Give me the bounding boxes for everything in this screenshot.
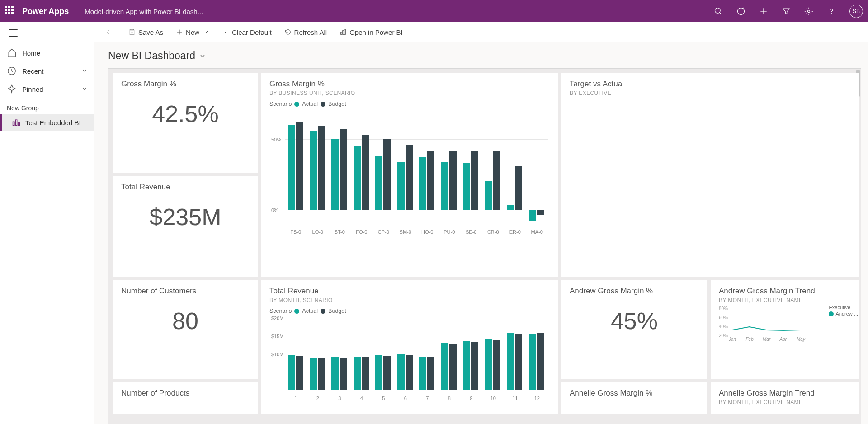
svg-rect-16 <box>341 32 342 34</box>
nav-label: Recent <box>22 67 44 75</box>
save-as-button[interactable]: Save As <box>124 27 168 38</box>
svg-line-1 <box>720 13 722 14</box>
home-icon <box>7 48 17 58</box>
tile-rev-bar[interactable]: Total Revenue BY MONTH, SCENARIO Scenari… <box>261 280 558 414</box>
chevron-down-icon <box>81 67 88 75</box>
dashboard-icon <box>12 118 21 127</box>
nav-home[interactable]: Home <box>0 44 94 62</box>
tile-target-vs-actual[interactable]: Target vs Actual BY EXECUTIVE <box>561 73 859 277</box>
svg-point-6 <box>808 10 810 13</box>
title-bar: Power Apps Model-driven App with Power B… <box>0 0 868 22</box>
svg-rect-17 <box>343 31 344 35</box>
nav-toggle-icon[interactable] <box>9 29 18 37</box>
chevron-down-icon <box>81 85 88 93</box>
tile-num-customers[interactable]: Number of Customers 80 <box>113 280 258 379</box>
app-launcher-icon[interactable] <box>5 6 16 17</box>
main-area: Save As New Clear Default Refresh All Op… <box>94 22 868 424</box>
clock-icon <box>7 66 17 76</box>
tile-gross-margin-pct[interactable]: Gross Margin % 42.5% <box>113 73 258 173</box>
chevron-down-icon <box>199 52 206 60</box>
dashboard-canvas: Gross Margin % 42.5% Total Revenue $235M… <box>108 68 861 424</box>
page-title[interactable]: New BI Dashboard <box>94 42 868 68</box>
assistant-icon[interactable] <box>736 7 745 16</box>
user-avatar[interactable]: SB <box>849 5 863 18</box>
line-chart: 20%40%60%80%JanFebMarAprMay <box>719 309 851 340</box>
refresh-all-button[interactable]: Refresh All <box>280 27 332 38</box>
svg-point-7 <box>831 14 832 14</box>
tile-andrew-gm[interactable]: Andrew Gross Margin % 45% <box>561 280 707 379</box>
tile-annelie-trend[interactable]: Annelie Gross Margin Trend BY MONTH, EXE… <box>711 382 859 414</box>
app-title: Model-driven App with Power BI dash... <box>76 8 203 15</box>
bar-chart: 0%50%FS-0LO-0ST-0FO-0CP-0SM-0HO-0PU-0SE-… <box>269 111 550 237</box>
settings-icon[interactable] <box>804 7 813 16</box>
svg-rect-10 <box>15 120 17 126</box>
add-icon[interactable] <box>759 7 768 16</box>
nav-item-selected[interactable]: Test Embedded BI <box>0 114 94 131</box>
left-nav: Home Recent Pinned New Group Test Embedd… <box>0 22 94 424</box>
nav-label: Test Embedded BI <box>25 119 81 127</box>
chart-legend: Scenario Actual Budget <box>269 101 550 107</box>
svg-rect-11 <box>18 123 19 126</box>
tile-total-revenue[interactable]: Total Revenue $235M <box>113 176 258 277</box>
nav-label: Home <box>22 49 40 57</box>
tile-gm-bar[interactable]: Gross Margin % BY BUSINESS UNIT, SCENARI… <box>261 73 558 277</box>
svg-rect-18 <box>344 29 346 34</box>
nav-section-label: New Group <box>0 98 94 114</box>
new-button[interactable]: New <box>171 27 214 38</box>
svg-point-2 <box>738 8 745 15</box>
search-icon[interactable] <box>714 7 723 16</box>
nav-pinned[interactable]: Pinned <box>0 80 94 98</box>
clear-default-button[interactable]: Clear Default <box>217 27 276 38</box>
command-bar: Save As New Clear Default Refresh All Op… <box>94 22 868 42</box>
svg-rect-9 <box>13 122 14 125</box>
nav-recent[interactable]: Recent <box>0 62 94 80</box>
bar-chart: $10M$15M$20M123456789101112 <box>269 318 550 404</box>
chart-legend: Scenario Actual Budget <box>269 308 550 314</box>
pin-icon <box>7 84 17 94</box>
filter-icon[interactable] <box>782 7 791 16</box>
tile-annelie-gm[interactable]: Annelie Gross Margin % <box>561 382 707 414</box>
svg-point-0 <box>715 8 721 14</box>
nav-label: Pinned <box>22 85 43 93</box>
open-powerbi-button[interactable]: Open in Power BI <box>335 27 407 38</box>
tile-num-products[interactable]: Number of Products <box>113 382 258 414</box>
svg-line-3 <box>743 8 744 9</box>
help-icon[interactable] <box>827 7 836 16</box>
back-button[interactable] <box>100 27 116 38</box>
tile-andrew-trend[interactable]: Andrew Gross Margin Trend BY MONTH, EXEC… <box>711 280 859 379</box>
brand-label: Power Apps <box>22 7 69 16</box>
